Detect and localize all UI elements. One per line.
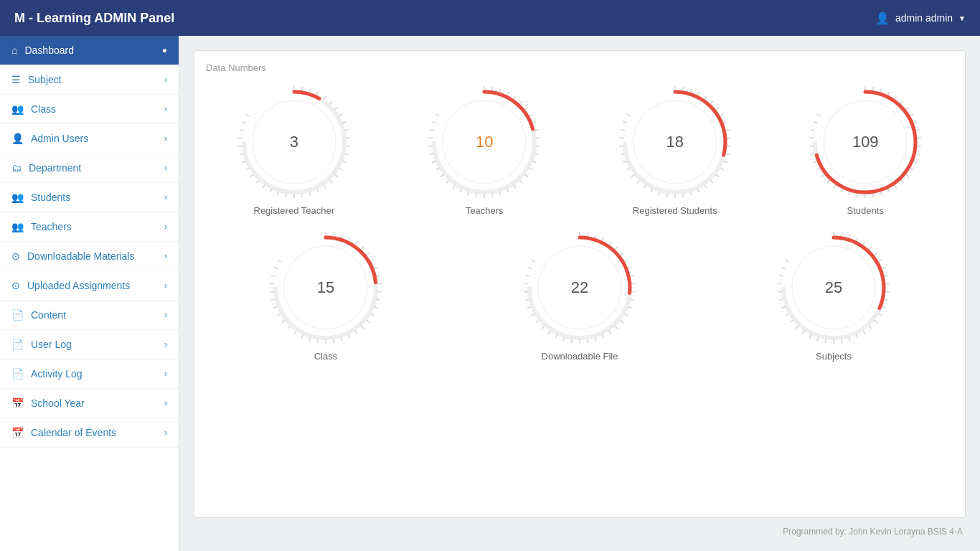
svg-line-21 [301,193,302,197]
svg-line-232 [856,237,858,241]
svg-line-177 [301,334,303,338]
svg-line-85 [723,122,727,123]
svg-line-157 [355,242,357,245]
sidebar-item-school-year[interactable]: 📅 School Year › [0,389,179,418]
svg-line-81 [704,96,706,100]
gauge-value: 10 [476,133,493,151]
svg-line-132 [895,184,897,188]
svg-line-237 [882,268,886,269]
svg-line-53 [529,168,533,170]
school-year-icon: 📅 [11,397,24,409]
sidebar-arrow-icon: › [164,104,167,114]
svg-line-238 [884,276,888,276]
svg-line-101 [651,189,653,192]
svg-line-158 [361,247,364,250]
svg-line-159 [366,253,369,255]
svg-line-219 [531,314,534,316]
svg-line-67 [436,168,440,170]
svg-line-143 [817,168,821,170]
svg-line-65 [446,180,449,183]
sidebar-item-department[interactable]: 🗂 Department › [0,154,179,183]
dashboard-card: Data Numbers 3 Registered Teacher [194,50,966,518]
svg-line-27 [256,180,259,183]
sidebar-item-downloadable-materials[interactable]: ⊙ Downloadable Materials › [0,242,179,271]
sidebar-label: Teachers [31,221,72,232]
sidebar-label: Content [31,309,66,321]
class-icon: 👥 [11,103,24,115]
svg-line-234 [869,247,872,250]
svg-line-208 [609,330,611,334]
sidebar-item-left: 👥 Class [11,103,56,115]
svg-line-46 [529,114,533,116]
svg-line-178 [294,330,296,334]
sidebar-arrow-icon: › [164,222,167,232]
svg-line-40 [492,87,493,91]
main-content: Data Numbers 3 Registered Teacher [179,36,980,551]
sidebar-item-content[interactable]: 📄 Content › [0,301,179,330]
user-menu[interactable]: 👤 admin admin ▼ [875,11,966,25]
svg-line-43 [514,96,516,100]
sidebar-item-user-log[interactable]: 📄 User Log › [0,330,179,359]
svg-line-41 [499,88,501,93]
gauge-wrapper: 10 [427,85,542,199]
sidebar-item-subject[interactable]: ☰ Subject › [0,65,179,95]
gauge-value: 18 [666,133,684,151]
svg-line-3 [309,88,311,93]
sidebar-label: Class [31,103,56,115]
svg-line-139 [841,189,843,192]
svg-line-82 [710,101,713,104]
sidebar-item-left: 👥 Students [11,192,70,203]
sidebar: ⌂ Dashboard ● ☰ Subject › 👥 Class › 👤 Ad… [0,36,179,551]
svg-line-200 [630,276,634,276]
svg-line-91 [720,168,723,170]
gauge-label: Students [847,205,884,216]
svg-line-137 [857,193,858,197]
gauge-value: 109 [852,133,879,151]
svg-line-194 [602,237,604,241]
caret-icon: ▼ [958,14,966,22]
svg-line-68 [433,161,437,162]
sidebar-item-calendar-of-events[interactable]: 📅 Calendar of Events › [0,418,179,448]
svg-line-124 [915,130,920,131]
sidebar-item-admin-users[interactable]: 👤 Admin Users › [0,124,179,154]
svg-line-55 [519,180,522,183]
svg-line-231 [849,234,850,238]
sidebar-item-uploaded-assignments[interactable]: ⊙ Uploaded Assignments › [0,271,179,301]
footer: Programmed by: John Kevin Lorayna BSIS 4… [194,527,966,537]
user-label: admin admin [895,12,953,24]
sidebar-item-left: 📄 Activity Log [11,368,83,380]
svg-line-161 [374,268,378,269]
sidebar-item-activity-log[interactable]: 📄 Activity Log › [0,359,179,389]
svg-line-218 [536,320,540,323]
gauge-downloadable-file: 22 Downloadable File [460,230,699,362]
svg-line-97 [682,193,683,197]
svg-line-154 [334,232,334,237]
svg-line-213 [571,339,572,343]
svg-line-206 [620,320,623,323]
svg-line-54 [525,174,529,177]
sidebar-item-class[interactable]: 👥 Class › [0,95,179,124]
svg-line-182 [273,306,278,308]
gauge-label: Registered Students [633,205,717,216]
sidebar-item-dashboard[interactable]: ⌂ Dashboard ● [0,36,179,65]
svg-line-170 [355,330,357,334]
svg-line-130 [906,174,910,177]
user-log-icon: 📄 [11,339,24,350]
svg-line-24 [278,192,279,196]
svg-line-173 [334,339,334,343]
dashboard-icon: ⌂ [11,44,17,56]
gauge-wrapper: 18 [618,85,732,199]
svg-line-48 [534,130,539,131]
content-icon: 📄 [11,309,24,321]
sidebar-label: Activity Log [31,368,83,380]
svg-line-110 [621,130,625,131]
svg-line-230 [842,232,842,237]
gauge-wrapper: 22 [522,230,637,345]
svg-line-187 [273,268,278,269]
svg-line-258 [781,306,786,308]
sidebar-item-teachers[interactable]: 👥 Teachers › [0,212,179,242]
svg-line-92 [715,174,719,177]
layout: ⌂ Dashboard ● ☰ Subject › 👥 Class › 👤 Ad… [0,36,980,551]
sidebar-item-students[interactable]: 👥 Students › [0,183,179,212]
svg-line-204 [628,306,632,308]
